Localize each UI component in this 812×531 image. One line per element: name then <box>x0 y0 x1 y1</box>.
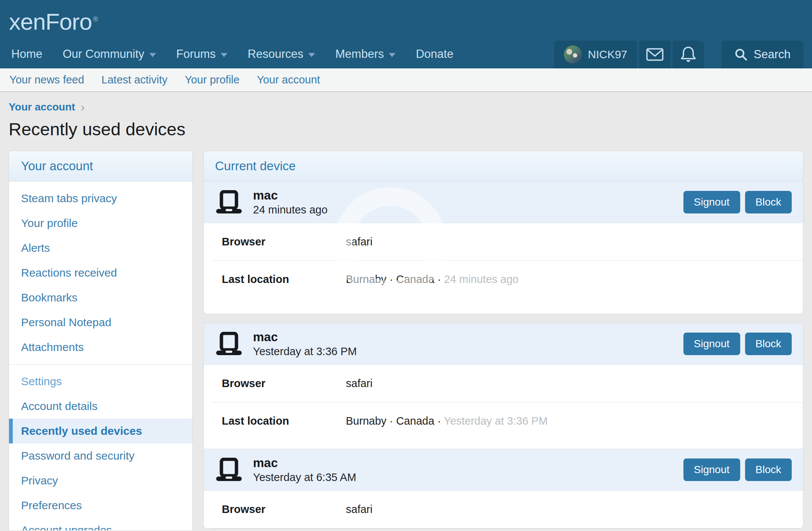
nav-item-forums[interactable]: Forums <box>176 47 227 61</box>
location-time: Yesterday at 3:36 PM <box>444 415 548 427</box>
device-last-seen: Yesterday at 6:35 AM <box>253 471 356 484</box>
nav-item-home[interactable]: Home <box>11 47 42 61</box>
chevron-down-icon <box>149 53 156 57</box>
account-sidebar: Your account Steam tabs privacyYour prof… <box>9 151 193 530</box>
signout-button[interactable]: Signout <box>683 191 740 213</box>
sidebar-item-attachments[interactable]: Attachments <box>9 335 192 360</box>
device-header: mac24 minutes agoSignoutBlock <box>204 182 803 223</box>
device-titles: mac24 minutes ago <box>253 188 327 216</box>
nav-item-label: Resources <box>248 47 303 61</box>
breadcrumb-chevron-icon: › <box>81 103 85 111</box>
device-last-seen: Yesterday at 3:36 PM <box>253 345 357 358</box>
nav-item-label: Our Community <box>63 47 144 61</box>
user-cluster: NICK97 <box>554 41 704 68</box>
sidebar-item-password-and-security[interactable]: Password and security <box>9 443 192 468</box>
other-devices-panel: macYesterday at 3:36 PMSignoutBlockBrows… <box>203 323 803 529</box>
subnav-link-your-profile[interactable]: Your profile <box>185 74 240 86</box>
device-actions: SignoutBlock <box>683 191 792 213</box>
inbox-button[interactable] <box>639 41 671 68</box>
browser-value: safari <box>346 503 373 516</box>
sidebar-item-bookmarks[interactable]: Bookmarks <box>9 285 192 310</box>
last-location-label: Last location <box>222 415 346 427</box>
content: Your account Steam tabs privacyYour prof… <box>9 151 803 530</box>
chevron-down-icon <box>389 53 395 57</box>
browser-row: Browsersafari <box>204 223 803 260</box>
sidebar-item-recently-used-devices[interactable]: Recently used devices <box>9 419 192 443</box>
registered-mark: ® <box>93 15 97 23</box>
sidebar-item-account-details[interactable]: Account details <box>9 394 192 419</box>
page-body: Your account › Recently used devices You… <box>0 101 812 530</box>
block-button[interactable]: Block <box>745 191 792 213</box>
current-device-title: Current device <box>204 151 803 182</box>
nav-item-label: Home <box>11 47 42 61</box>
block-button[interactable]: Block <box>745 333 792 355</box>
browser-row: Browsersafari <box>204 491 803 528</box>
subnav-link-your-news-feed[interactable]: Your news feed <box>9 74 84 86</box>
sidebar-item-preferences[interactable]: Preferences <box>9 493 192 518</box>
last-location-row: Last locationBurnaby · Canada · Yesterda… <box>204 402 803 440</box>
subnav: Your news feedLatest activityYour profil… <box>0 68 812 92</box>
signout-button[interactable]: Signout <box>683 458 740 481</box>
device-titles: macYesterday at 3:36 PM <box>253 330 357 358</box>
site-logo[interactable]: xenForo® <box>9 8 98 35</box>
device-actions: SignoutBlock <box>683 333 792 355</box>
device-section: mac24 minutes agoSignoutBlockBrowsersafa… <box>204 182 803 298</box>
sidebar-section-settings: Settings <box>9 369 192 394</box>
browser-value: safari <box>346 236 373 248</box>
sidebar-item-account-upgrades[interactable]: Account upgrades <box>9 518 192 530</box>
subnav-link-your-account[interactable]: Your account <box>257 74 320 86</box>
main-nav: HomeOur CommunityForumsResourcesMembersD… <box>11 40 453 68</box>
sidebar-title: Your account <box>9 151 192 182</box>
breadcrumb-your-account[interactable]: Your account <box>9 101 75 113</box>
sidebar-item-personal-notepad[interactable]: Personal Notepad <box>9 310 192 335</box>
browser-value: safari <box>346 377 373 390</box>
alerts-button[interactable] <box>673 41 704 68</box>
device-name: mac <box>253 330 357 344</box>
page-title: Recently used devices <box>9 119 803 139</box>
nav-item-our-community[interactable]: Our Community <box>63 47 156 61</box>
mail-icon <box>646 47 664 62</box>
bell-icon <box>680 46 697 63</box>
sidebar-item-reactions-received[interactable]: Reactions received <box>9 260 192 285</box>
last-location-value: Burnaby · Canada · Yesterday at 3:36 PM <box>346 415 548 427</box>
browser-label: Browser <box>222 377 346 390</box>
sidebar-item-alerts[interactable]: Alerts <box>9 236 192 260</box>
device-section: macYesterday at 3:36 PMSignoutBlockBrows… <box>204 323 803 449</box>
chevron-down-icon <box>308 53 315 57</box>
location-time: 24 minutes ago <box>444 273 518 285</box>
location-text: Burnaby · Canada · <box>346 273 441 285</box>
current-device-panel: Current device mac24 minutes agoSignoutB… <box>203 151 803 314</box>
nav-item-members[interactable]: Members <box>335 47 395 61</box>
sidebar-item-privacy[interactable]: Privacy <box>9 468 192 493</box>
sidebar-item-your-profile[interactable]: Your profile <box>9 211 192 236</box>
nav-item-resources[interactable]: Resources <box>248 47 315 61</box>
nav-item-donate[interactable]: Donate <box>416 47 453 61</box>
sidebar-account-list: Steam tabs privacyYour profileAlertsReac… <box>9 182 192 360</box>
user-name: NICK97 <box>588 48 627 61</box>
last-location-row: Last locationBurnaby · Canada · 24 minut… <box>204 261 803 298</box>
nav-item-label: Forums <box>176 47 216 61</box>
block-button[interactable]: Block <box>745 458 792 481</box>
laptop-icon <box>215 332 243 356</box>
breadcrumb: Your account › <box>9 101 803 113</box>
browser-label: Browser <box>222 503 346 516</box>
browser-label: Browser <box>222 236 346 248</box>
last-location-value: Burnaby · Canada · 24 minutes ago <box>346 273 518 286</box>
last-location-label: Last location <box>222 273 346 286</box>
location-text: Burnaby · Canada · <box>346 415 441 427</box>
signout-button[interactable]: Signout <box>683 333 740 355</box>
nav-item-label: Members <box>335 47 384 61</box>
sidebar-item-steam-tabs-privacy[interactable]: Steam tabs privacy <box>9 186 192 211</box>
search-icon <box>734 48 748 61</box>
sidebar-settings-list: Account detailsRecently used devicesPass… <box>9 394 192 530</box>
device-titles: macYesterday at 6:35 AM <box>253 456 356 484</box>
user-menu[interactable]: NICK97 <box>554 41 637 68</box>
device-actions: SignoutBlock <box>683 458 792 481</box>
search-button[interactable]: Search <box>721 41 803 68</box>
browser-row: Browsersafari <box>204 365 803 402</box>
search-label: Search <box>754 48 791 61</box>
device-header: macYesterday at 6:35 AMSignoutBlock <box>204 449 803 491</box>
subnav-link-latest-activity[interactable]: Latest activity <box>102 74 168 86</box>
chevron-down-icon <box>221 53 227 57</box>
site-header: xenForo® HomeOur CommunityForumsResource… <box>0 0 812 68</box>
